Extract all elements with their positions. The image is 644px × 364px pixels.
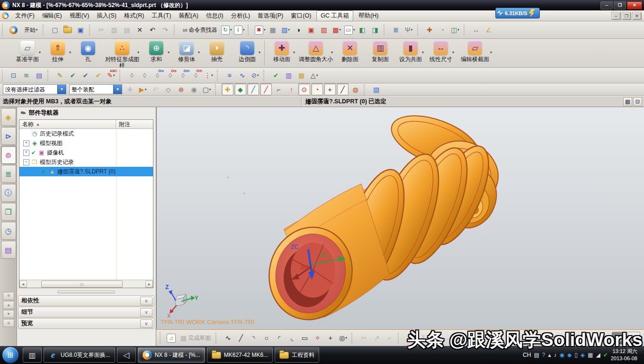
- information-list-icon[interactable]: ▤: [33, 70, 45, 82]
- finish-sketch-button[interactable]: ▩ 完成草图: [178, 332, 213, 344]
- task-ie[interactable]: UG8.0英文界面换...: [44, 347, 115, 363]
- profile-icon[interactable]: ∿: [222, 332, 234, 344]
- scrollbar-thumb[interactable]: |||: [41, 281, 123, 288]
- restore-button[interactable]: ❐: [614, 1, 626, 9]
- mdi-restore-button[interactable]: ❐: [622, 12, 631, 20]
- ribbon-extrude[interactable]: ⇑ ▾ 拉伸: [43, 40, 73, 63]
- expander-icon[interactable]: +: [23, 150, 29, 156]
- menu-gc-toolbox[interactable]: GC 工具箱: [316, 10, 353, 21]
- dropdown-arrow-icon[interactable]: ▼: [113, 85, 122, 94]
- ribbon-hole[interactable]: ◉ 孔: [73, 40, 103, 63]
- ribbon-copy-face[interactable]: ▥ 复制面: [365, 40, 395, 63]
- tree-item-model-history[interactable]: − ❒ 模型历史记录: [19, 157, 153, 167]
- tray-language[interactable]: CH: [523, 352, 531, 358]
- tab-part-navigator[interactable]: ⊚: [1, 146, 16, 164]
- expression-gh-icon[interactable]: ◊ G/h: [177, 70, 189, 82]
- ribbon-make-coplanar[interactable]: ▮ ▾ 设为共面: [395, 40, 426, 63]
- clip-section2-icon[interactable]: ◨: [369, 24, 381, 36]
- measure-distance-icon[interactable]: ↔: [470, 24, 482, 36]
- rotate-cube-icon[interactable]: ◇: [162, 83, 174, 95]
- shaded-mini-icon[interactable]: ▧: [370, 83, 382, 95]
- tray-help[interactable]: ?: [542, 352, 546, 358]
- column-name[interactable]: 名称 ▲: [19, 120, 116, 128]
- rectangle-icon[interactable]: ▭: [299, 332, 311, 344]
- tray-keyboard[interactable]: ▤: [534, 352, 539, 358]
- select-tool-icon[interactable]: ▶ ▾: [137, 83, 149, 95]
- toolbar-grip[interactable]: [160, 332, 163, 344]
- layers-stack-icon[interactable]: ≋: [20, 70, 32, 82]
- task-thunder[interactable]: [117, 347, 136, 363]
- tree-item-sldprt-body[interactable]: ✔ ▲ 姍固霶藡?.SLDPRT (0): [19, 167, 153, 176]
- tray-calendar[interactable]: ▦: [588, 352, 593, 358]
- list-hand-icon[interactable]: ⋮ ▾: [203, 70, 215, 82]
- chevron-down-icon[interactable]: ∨: [140, 319, 152, 328]
- tab-roles[interactable]: ▤: [1, 241, 16, 259]
- sketch-tool-icon[interactable]: ⊿: [165, 332, 177, 344]
- snap-on-curve-icon[interactable]: ╱: [337, 83, 349, 95]
- task-folder-docs[interactable]: 工程资料: [275, 347, 319, 363]
- scroll-right-icon[interactable]: ▸: [145, 281, 153, 288]
- delete-icon[interactable]: ✕: [134, 24, 146, 36]
- shaded-view-icon[interactable]: ▧ ▾: [280, 24, 292, 36]
- ribbon-linear-dimension[interactable]: ↔ ▾ 线性尺寸: [426, 40, 456, 63]
- quick-extend-icon[interactable]: ↗: [371, 332, 383, 344]
- snap-corner-icon[interactable]: ⌐: [273, 83, 285, 95]
- snap-quadrant-icon[interactable]: ◔: [311, 83, 323, 95]
- chevron-down-icon[interactable]: ∨: [140, 308, 152, 317]
- menu-help[interactable]: 帮助(H): [355, 11, 382, 21]
- offset-curve-icon[interactable]: ◎ ▾: [337, 332, 349, 344]
- copy-icon[interactable]: ▥: [108, 24, 120, 36]
- menu-preferences[interactable]: 首选项(P): [254, 11, 287, 21]
- menu-tools[interactable]: 工具(T): [148, 11, 175, 21]
- save-icon[interactable]: ▣: [75, 24, 87, 36]
- no-spring-icon[interactable]: ⊘ ▾: [249, 70, 261, 82]
- datum-display2-icon[interactable]: ▨: [318, 24, 330, 36]
- selection-filter-dropdown[interactable]: 没有选择过滤器 ▼: [3, 84, 66, 94]
- ribbon-delete-face[interactable]: ✕ 删除面: [335, 40, 365, 63]
- minimize-button[interactable]: –: [600, 1, 613, 9]
- snap-intersection-icon[interactable]: ↑: [286, 83, 297, 95]
- command-finder-button[interactable]: ∞ 命令查找器: [180, 24, 220, 36]
- point-icon[interactable]: +: [324, 332, 336, 344]
- toolbar-grip[interactable]: [2, 24, 5, 36]
- status-tool-button-1[interactable]: ▨: [623, 97, 632, 106]
- menu-format[interactable]: 格式(R): [120, 11, 148, 21]
- refresh-icon[interactable]: ↻ ▾: [221, 24, 233, 36]
- start-button[interactable]: ⊞: [2, 346, 19, 364]
- ribbon-edit-cross-section[interactable]: ▱ ▾ 编辑横截面: [456, 40, 494, 63]
- related-select-icon[interactable]: ✚: [124, 83, 136, 95]
- arc-icon[interactable]: ◝: [248, 332, 259, 344]
- panel-preview[interactable]: 预览 ∨: [18, 318, 154, 329]
- ribbon-unite[interactable]: ⊕ ▾ 求和: [141, 40, 171, 63]
- check-box-icon[interactable]: ✔: [92, 70, 104, 82]
- snap-endpoint-icon[interactable]: ╱: [247, 83, 259, 95]
- ribbon-shell[interactable]: ◖ 抽壳: [202, 40, 232, 63]
- tray-mic[interactable]: ▯: [574, 352, 578, 358]
- checkbox-icon[interactable]: ✔: [31, 150, 37, 156]
- prism1-icon[interactable]: ◊: [126, 70, 138, 82]
- nx-logo-icon[interactable]: [8, 24, 19, 36]
- check-pin-icon[interactable]: ✔: [80, 70, 91, 82]
- measure-angle-icon[interactable]: ∠: [483, 24, 495, 36]
- clip-section-icon[interactable]: ◧: [357, 24, 368, 36]
- expression-os-icon[interactable]: ◊ O/s: [164, 70, 176, 82]
- menu-insert[interactable]: 插入(S): [93, 11, 120, 21]
- status-tool-button-2[interactable]: ⊡: [633, 97, 642, 106]
- fillet-icon[interactable]: ◜: [273, 332, 285, 344]
- expander-icon[interactable]: +: [23, 140, 29, 146]
- tab-reuse-library[interactable]: ≣: [1, 165, 16, 183]
- chamfer-icon[interactable]: ◟: [286, 332, 298, 344]
- open-file-icon[interactable]: [62, 24, 74, 36]
- note-icon[interactable]: ✎: [54, 70, 66, 82]
- tree-item-cameras[interactable]: + ✔ ▣ 摄像机: [19, 148, 153, 157]
- scroll-down-button[interactable]: ▼: [3, 310, 14, 318]
- ribbon-move-face[interactable]: ✚ ▾ 移动面: [267, 40, 297, 63]
- ribbon-datum-plane[interactable]: ▱ ▾ 基准平面: [12, 40, 43, 63]
- tree-item-model-views[interactable]: + ◈ 模型视图: [19, 138, 153, 148]
- tray-qq[interactable]: ◉: [560, 352, 564, 358]
- chevron-down-icon[interactable]: ∨: [140, 297, 152, 305]
- ribbon-trim-body[interactable]: ◪ ▾ 修剪体: [171, 40, 202, 63]
- menu-analysis[interactable]: 分析(L): [227, 11, 254, 21]
- orient-target-icon[interactable]: ⊕: [175, 83, 187, 95]
- menu-file[interactable]: 文件(F): [11, 11, 38, 21]
